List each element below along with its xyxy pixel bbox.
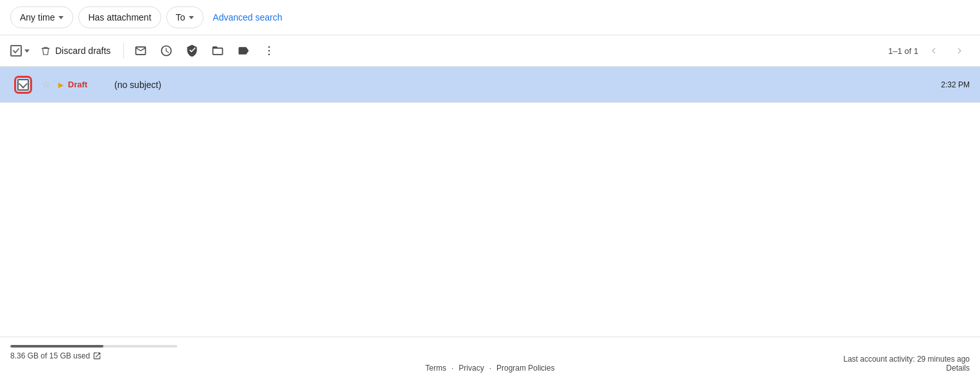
email-subject: (no subject) <box>114 80 931 90</box>
not-spam-button[interactable] <box>180 39 204 62</box>
program-policies-link[interactable]: Program Policies <box>496 364 555 373</box>
move-to-icon <box>211 44 224 57</box>
select-all-checkbox[interactable] <box>10 45 22 57</box>
move-to-button[interactable] <box>206 39 229 62</box>
email-time: 2:32 PM <box>941 80 970 89</box>
snooze-button[interactable] <box>155 39 178 62</box>
advanced-search-link[interactable]: Advanced search <box>209 7 286 28</box>
more-options-button[interactable] <box>258 39 281 62</box>
draft-label: Draft <box>68 80 87 89</box>
draft-indicator: ► Draft <box>57 80 114 90</box>
any-time-label: Any time <box>20 12 55 22</box>
prev-page-button[interactable] <box>923 40 944 61</box>
select-all-group[interactable] <box>10 45 30 57</box>
manage-storage-link[interactable] <box>92 351 101 360</box>
terms-link[interactable]: Terms <box>425 364 446 373</box>
next-page-button[interactable] <box>949 40 970 61</box>
select-all-chevron-icon[interactable] <box>24 49 30 53</box>
filter-bar: Any time Has attachment To Advanced sear… <box>0 0 980 35</box>
more-options-icon <box>263 44 276 57</box>
chevron-right-icon <box>954 45 965 57</box>
discard-drafts-button[interactable]: Discard drafts <box>32 41 118 60</box>
any-time-chevron-icon <box>58 16 64 19</box>
toolbar-left: Discard drafts <box>10 39 886 62</box>
any-time-filter[interactable]: Any time <box>10 6 73 28</box>
label-button[interactable] <box>232 39 255 62</box>
footer: 8.36 GB of 15 GB used Terms · Privacy · … <box>0 337 980 388</box>
draft-arrow-icon: ► <box>57 80 66 90</box>
details-link[interactable]: Details <box>843 364 970 373</box>
email-list: ☆ ► Draft (no subject) 2:32 PM <box>0 67 980 337</box>
discard-drafts-label: Discard drafts <box>55 46 110 56</box>
storage-bar-container <box>10 345 970 348</box>
checkbox-check-icon <box>12 47 20 55</box>
privacy-link[interactable]: Privacy <box>459 364 484 373</box>
pagination-area: 1–1 of 1 <box>888 40 970 61</box>
svg-point-0 <box>268 46 270 48</box>
storage-bar-fill <box>10 345 103 348</box>
storage-text: 8.36 GB of 15 GB used <box>10 351 970 360</box>
checkmark-icon <box>19 79 28 88</box>
email-subject-text: (no subject) <box>114 80 161 90</box>
has-attachment-filter[interactable]: Has attachment <box>78 6 161 28</box>
chevron-left-icon <box>928 45 940 57</box>
discard-icon <box>40 45 51 57</box>
storage-bar-track <box>10 345 177 348</box>
has-attachment-label: Has attachment <box>88 12 151 22</box>
toolbar: Discard drafts <box>0 35 980 67</box>
to-label: To <box>176 12 186 22</box>
mark-read-icon <box>134 44 147 57</box>
footer-links: Terms · Privacy · Program Policies <box>425 364 554 373</box>
star-icon[interactable]: ☆ <box>42 78 51 91</box>
toolbar-divider <box>123 43 124 58</box>
external-link-icon <box>92 351 101 360</box>
last-activity-text: Last account activity: 29 minutes ago <box>843 355 970 364</box>
mark-read-button[interactable] <box>129 39 152 62</box>
svg-point-2 <box>268 54 270 56</box>
storage-used-label: 8.36 GB of 15 GB used <box>10 351 90 360</box>
label-icon <box>237 44 250 57</box>
star-area[interactable]: ☆ <box>36 78 57 91</box>
svg-point-1 <box>268 50 270 52</box>
last-activity: Last account activity: 29 minutes ago De… <box>843 355 970 373</box>
snooze-icon <box>160 44 173 57</box>
to-chevron-icon <box>189 16 194 19</box>
row-checkbox[interactable] <box>17 79 29 91</box>
pagination-info: 1–1 of 1 <box>888 46 918 56</box>
email-row[interactable]: ☆ ► Draft (no subject) 2:32 PM <box>0 67 980 103</box>
not-spam-icon <box>186 44 198 57</box>
email-row-checkbox-area[interactable] <box>10 79 36 91</box>
to-filter[interactable]: To <box>166 6 204 28</box>
